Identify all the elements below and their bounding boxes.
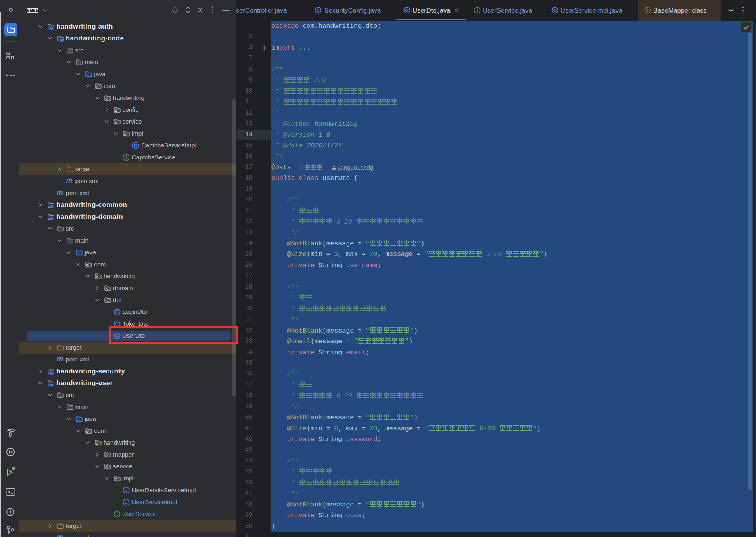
svg-text:C: C [134, 143, 137, 148]
svg-text:C: C [125, 488, 128, 493]
svg-text:I: I [116, 512, 117, 516]
svg-text:C: C [553, 8, 556, 13]
svg-text:I: I [126, 155, 127, 160]
svg-text:I: I [476, 8, 478, 13]
svg-text:C: C [115, 321, 118, 326]
svg-text:C: C [125, 500, 128, 505]
svg-text:C: C [115, 310, 118, 314]
svg-text:C: C [317, 8, 320, 13]
svg-text:I: I [647, 8, 648, 13]
svg-text:C: C [405, 8, 409, 13]
